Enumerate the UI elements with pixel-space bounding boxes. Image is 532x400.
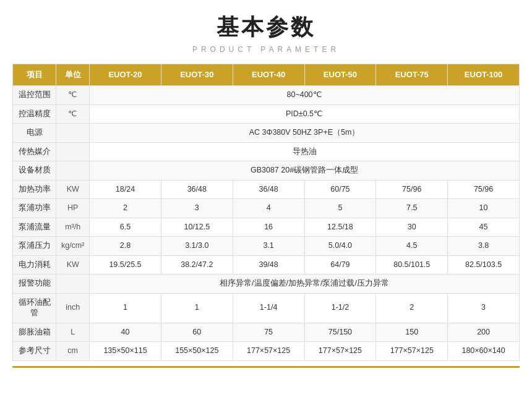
row-value: 1-1/2 [304,293,376,323]
row-unit: ℃ [56,86,90,105]
row-value: 10 [448,199,520,218]
row-value: 3 [448,293,520,323]
row-value-merged: 80~400℃ [90,86,520,105]
row-value: 39/48 [233,255,304,274]
row-value: 200 [448,323,520,342]
bottom-decorative-line [12,366,520,368]
row-label: 控温精度 [13,104,56,124]
row-value: 1-1/4 [233,293,304,323]
row-value: 177×57×125 [304,342,376,361]
row-value: 180×60×140 [448,342,520,361]
row-unit: HP [56,199,90,218]
row-value: 36/48 [233,180,304,199]
row-unit: inch [56,293,90,323]
row-value: 10/12.5 [161,218,233,237]
row-value-merged: AC 3Φ380V 50HZ 3P+E（5m） [90,124,520,143]
row-value: 5.0/4.0 [304,237,376,256]
page-subtitle: PRODUCT PARAMETER [192,45,340,54]
row-value-merged: GB3087 20#碳钢管路一体成型 [90,161,520,181]
row-value: 4.5 [376,237,448,256]
row-value: 30 [376,218,448,237]
row-value: 3 [161,199,233,218]
row-value: 2 [376,293,448,323]
table-row: 温控范围℃80~400℃ [13,86,520,105]
table-row: 报警功能相序异常/温度偏差/加热异常/泵浦过载/压力异常 [13,274,520,294]
col-header-model: EUOT-20 [90,64,161,86]
table-header-row: 项目单位EUOT-20EUOT-30EUOT-40EUOT-50EUOT-75E… [13,64,520,86]
row-value: 60/75 [304,180,376,199]
row-value: 6.5 [90,218,161,237]
table-row: 参考尺寸cm135×50×115155×50×125177×57×125177×… [13,342,520,361]
row-value: 3.1/3.0 [161,237,233,256]
row-label: 电力消耗 [13,255,56,274]
table-row: 泵浦流量m³/h6.510/12.51612.5/183045 [13,218,520,237]
row-unit [56,161,90,181]
row-value: 1 [161,293,233,323]
row-value: 155×50×125 [161,342,233,361]
table-row: 电源AC 3Φ380V 50HZ 3P+E（5m） [13,124,520,143]
param-table: 项目单位EUOT-20EUOT-30EUOT-40EUOT-50EUOT-75E… [12,64,520,361]
row-value: 135×50×115 [90,342,161,361]
col-header-unit: 单位 [56,64,90,86]
row-label: 参考尺寸 [13,342,56,361]
row-value: 177×57×125 [233,342,304,361]
row-label: 加热功率 [13,180,56,199]
page-title: 基本参数 [217,12,315,43]
row-unit: kg/cm² [56,237,90,256]
table-row: 电力消耗KW19.5/25.538.2/47.239/4864/7980.5/1… [13,255,520,274]
table-row: 控温精度℃PID±0.5℃ [13,104,520,124]
row-value: 19.5/25.5 [90,255,161,274]
row-label: 泵浦压力 [13,237,56,256]
row-value-merged: PID±0.5℃ [90,104,520,124]
row-value: 38.2/47.2 [161,255,233,274]
row-value: 18/24 [90,180,161,199]
row-label: 报警功能 [13,274,56,294]
row-value: 75/96 [376,180,448,199]
row-unit [56,142,90,161]
row-value: 75/150 [304,323,376,342]
col-header-model: EUOT-100 [448,64,520,86]
row-label: 泵浦功率 [13,199,56,218]
row-label: 温控范围 [13,86,56,105]
row-label: 电源 [13,124,56,143]
row-value: 4 [233,199,304,218]
row-value: 2.8 [90,237,161,256]
row-label: 设备材质 [13,161,56,181]
row-value: 80.5/101.5 [376,255,448,274]
row-value: 16 [233,218,304,237]
row-value: 45 [448,218,520,237]
row-unit: L [56,323,90,342]
table-row: 泵浦压力kg/cm²2.83.1/3.03.15.0/4.04.53.8 [13,237,520,256]
row-unit [56,274,90,294]
row-value: 5 [304,199,376,218]
col-header-item: 项目 [13,64,56,86]
row-value: 36/48 [161,180,233,199]
row-unit: ℃ [56,104,90,124]
row-label: 传热媒介 [13,142,56,161]
row-value: 177×57×125 [376,342,448,361]
col-header-model: EUOT-40 [233,64,304,86]
row-value: 150 [376,323,448,342]
row-value-merged: 导热油 [90,142,520,161]
row-label: 泵浦流量 [13,218,56,237]
row-value: 75/96 [448,180,520,199]
row-label: 循环油配管 [13,293,56,323]
row-unit: KW [56,255,90,274]
row-unit: cm [56,342,90,361]
row-value: 40 [90,323,161,342]
col-header-model: EUOT-50 [304,64,376,86]
row-value: 7.5 [376,199,448,218]
table-row: 加热功率KW18/2436/4836/4860/7575/9675/96 [13,180,520,199]
row-value: 2 [90,199,161,218]
row-value: 60 [161,323,233,342]
table-row: 泵浦功率HP23457.510 [13,199,520,218]
row-label: 膨胀油箱 [13,323,56,342]
table-row: 传热媒介导热油 [13,142,520,161]
row-value: 64/79 [304,255,376,274]
row-unit: m³/h [56,218,90,237]
row-value: 3.1 [233,237,304,256]
row-value: 82.5/103.5 [448,255,520,274]
table-row: 膨胀油箱L40607575/150150200 [13,323,520,342]
table-row: 设备材质GB3087 20#碳钢管路一体成型 [13,161,520,181]
col-header-model: EUOT-75 [376,64,448,86]
